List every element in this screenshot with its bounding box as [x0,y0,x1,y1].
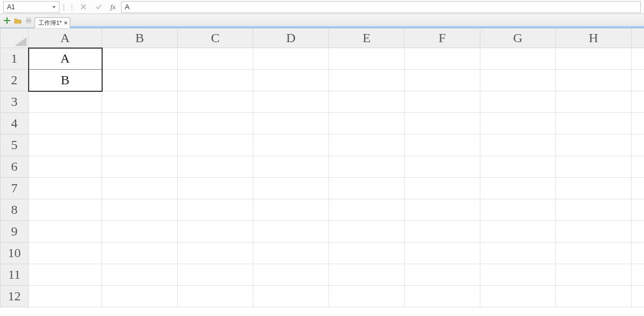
row-header[interactable]: 2 [1,70,29,91]
row-header[interactable]: 3 [1,91,29,113]
cell[interactable] [102,264,178,286]
cell[interactable] [102,91,178,113]
cell[interactable] [102,243,178,264]
cell[interactable] [253,243,329,264]
cell[interactable] [556,91,632,113]
cell[interactable] [632,286,645,307]
cell[interactable] [29,199,102,221]
cell[interactable] [178,243,253,264]
formula-input[interactable]: A [121,1,641,13]
cell[interactable] [178,91,253,113]
cell[interactable] [29,135,102,156]
column-header[interactable]: H [556,29,632,48]
cell[interactable] [556,243,632,264]
cell[interactable] [178,264,253,286]
cell[interactable] [102,178,178,199]
cell[interactable] [329,48,405,70]
row-header[interactable]: 4 [1,113,29,135]
cell[interactable] [480,221,556,243]
cell[interactable] [556,113,632,135]
cell[interactable] [405,286,480,307]
cell[interactable] [632,135,645,156]
cell[interactable] [480,135,556,156]
cell[interactable] [632,91,645,113]
spreadsheet-grid[interactable]: A B C D E F G H 1 A 2 B 3 [0,28,644,307]
cell[interactable] [405,178,480,199]
row-header[interactable]: 9 [1,221,29,243]
cell[interactable] [405,135,480,156]
cell[interactable] [405,91,480,113]
cell[interactable] [632,113,645,135]
cell[interactable] [480,91,556,113]
cell[interactable] [556,48,632,70]
cell[interactable] [178,221,253,243]
cell[interactable] [253,135,329,156]
cell[interactable] [556,70,632,91]
cell[interactable] [632,178,645,199]
cell[interactable] [329,286,405,307]
cell[interactable] [480,243,556,264]
cell[interactable] [405,48,480,70]
cell[interactable] [480,264,556,286]
cell[interactable] [556,221,632,243]
cell[interactable] [556,156,632,178]
column-header[interactable]: E [329,29,405,48]
cell[interactable] [329,156,405,178]
cell[interactable] [253,199,329,221]
cell[interactable] [480,70,556,91]
row-header[interactable]: 7 [1,178,29,199]
cell[interactable] [480,178,556,199]
cell[interactable] [329,264,405,286]
cell[interactable] [253,156,329,178]
cell[interactable]: B [29,70,102,91]
cell[interactable] [556,135,632,156]
cell[interactable] [632,48,645,70]
cell[interactable] [178,178,253,199]
cell[interactable] [102,113,178,135]
cell[interactable] [178,286,253,307]
cell[interactable] [556,286,632,307]
cell[interactable] [102,156,178,178]
cell[interactable] [329,113,405,135]
column-header[interactable]: F [405,29,480,48]
cell[interactable] [102,221,178,243]
cell[interactable] [29,286,102,307]
row-header[interactable]: 1 [1,48,29,70]
fx-label[interactable]: fx [106,3,120,11]
cell[interactable] [102,70,178,91]
cell[interactable] [632,264,645,286]
row-header[interactable]: 11 [1,264,29,286]
cell[interactable] [102,199,178,221]
cell[interactable] [29,178,102,199]
cell[interactable] [632,70,645,91]
cell[interactable] [405,156,480,178]
name-box-dropdown-icon[interactable] [51,4,57,10]
formula-bar-more-icon[interactable]: ⋮ [68,3,76,11]
column-header[interactable]: C [178,29,253,48]
cell[interactable] [178,156,253,178]
cell[interactable] [405,70,480,91]
cell[interactable] [253,70,329,91]
cell[interactable] [329,70,405,91]
cell[interactable] [29,243,102,264]
cell[interactable] [632,156,645,178]
cell[interactable] [480,113,556,135]
cell[interactable] [29,221,102,243]
row-header[interactable]: 8 [1,199,29,221]
cell[interactable] [556,199,632,221]
cell[interactable] [329,178,405,199]
new-sheet-icon[interactable] [2,16,12,25]
column-header[interactable] [632,29,645,48]
workbook-tab[interactable]: 工作簿1* × [35,17,70,28]
cell[interactable] [405,199,480,221]
cell[interactable] [253,91,329,113]
row-header[interactable]: 10 [1,243,29,264]
cell[interactable] [632,243,645,264]
cell[interactable] [405,264,480,286]
cell[interactable] [632,199,645,221]
column-header[interactable]: G [480,29,556,48]
cell[interactable] [329,221,405,243]
cell[interactable]: A [29,48,102,70]
cell[interactable] [253,221,329,243]
cell[interactable] [29,91,102,113]
